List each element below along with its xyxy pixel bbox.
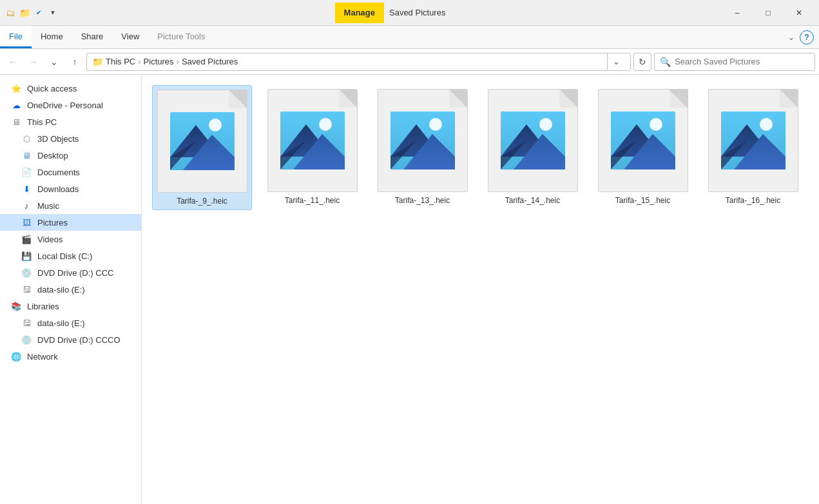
address-dropdown-icon[interactable]: ⌄ — [607, 53, 625, 71]
svg-point-21 — [650, 118, 662, 131]
sidebar-item-label: Libraries — [27, 302, 136, 311]
sidebar-item-data-silo-e2[interactable]: 🖫 data-silo (E:) — [0, 315, 141, 331]
sidebar-item-videos[interactable]: 🎬 Videos — [0, 231, 141, 247]
up-button[interactable]: ↑ — [66, 53, 84, 71]
path-sep-1: › — [138, 57, 140, 66]
cube-icon: ⬡ — [21, 133, 32, 144]
sidebar-item-label: Network — [27, 352, 136, 362]
tab-share-label: Share — [81, 32, 104, 41]
minimize-button[interactable]: – — [722, 3, 752, 23]
file-thumbnail — [708, 89, 798, 192]
file-thumbnail — [157, 90, 247, 193]
sidebar-item-downloads[interactable]: ⬇ Downloads — [0, 180, 141, 197]
title-bar-center: Manage Saved Pictures — [58, 3, 722, 23]
path-segment-2[interactable]: Pictures — [144, 57, 174, 66]
tab-picture-tools[interactable]: Picture Tools — [148, 26, 214, 48]
sidebar-item-local-disk-c[interactable]: 💾 Local Disk (C:) — [0, 247, 141, 264]
svg-point-26 — [760, 118, 773, 131]
sidebar: ⭐ Quick access ☁ OneDrive - Personal 🖥 T… — [0, 75, 142, 504]
ribbon-collapse-icon[interactable]: ⌄ — [785, 30, 797, 44]
sidebar-item-onedrive[interactable]: ☁ OneDrive - Personal — [0, 97, 141, 113]
yellow-folder-icon: 📁 — [19, 8, 30, 18]
sidebar-item-dvd-d2[interactable]: 💿 DVD Drive (D:) CCCO — [0, 331, 141, 348]
sidebar-item-label: OneDrive - Personal — [27, 101, 136, 110]
file-item[interactable]: Tarifa-_13_.heic — [372, 85, 472, 210]
file-item[interactable]: Tarifa-_14_.heic — [483, 85, 583, 210]
sidebar-item-label: Desktop — [37, 151, 136, 160]
tab-view-label: View — [121, 32, 139, 41]
documents-icon: 📄 — [21, 166, 32, 178]
ribbon-right: ⌄ ? — [785, 26, 819, 48]
tab-share[interactable]: Share — [72, 26, 113, 48]
tab-file[interactable]: File — [0, 26, 32, 48]
manage-label: Manage — [344, 8, 375, 17]
sidebar-item-label: Videos — [37, 235, 136, 244]
search-box[interactable]: 🔍 — [654, 53, 815, 71]
file-thumbnail — [598, 89, 688, 192]
pictures-folder-icon: 🖼 — [21, 217, 32, 228]
star-icon: ⭐ — [10, 82, 22, 94]
sidebar-item-label: DVD Drive (D:) CCC — [37, 268, 136, 278]
file-name: Tarifa-_9_.heic — [177, 197, 227, 206]
file-thumbnail — [267, 89, 358, 192]
tab-home-label: Home — [41, 32, 63, 41]
sidebar-item-label: data-silo (E:) — [37, 318, 136, 328]
file-item[interactable]: Tarifa-_15_.heic — [593, 85, 693, 210]
path-segment-1[interactable]: This PC — [106, 57, 135, 66]
tab-picture-tools-label: Picture Tools — [157, 32, 205, 41]
sidebar-item-documents[interactable]: 📄 Documents — [0, 164, 141, 180]
sidebar-item-label: Downloads — [37, 184, 136, 194]
file-item[interactable]: Tarifa-_16_.heic — [703, 85, 803, 210]
tab-view[interactable]: View — [112, 26, 148, 48]
file-item[interactable]: Tarifa-_11_.heic — [262, 85, 362, 210]
close-button[interactable]: ✕ — [784, 3, 814, 23]
file-name: Tarifa-_14_.heic — [505, 196, 560, 205]
file-name: Tarifa-_11_.heic — [285, 196, 340, 205]
refresh-button[interactable]: ↻ — [633, 53, 651, 71]
address-path[interactable]: 📁 This PC › Pictures › Saved Pictures ⌄ — [86, 53, 631, 71]
download-icon: ⬇ — [21, 183, 32, 195]
maximize-button[interactable]: □ — [753, 3, 783, 23]
dvd2-icon: 💿 — [21, 334, 32, 345]
sidebar-item-libraries[interactable]: 📚 Libraries — [0, 298, 141, 315]
sidebar-item-this-pc[interactable]: 🖥 This PC — [0, 113, 141, 130]
sidebar-item-pictures[interactable]: 🖼 Pictures — [0, 214, 141, 231]
music-icon: ♪ — [21, 200, 32, 211]
network-icon: 🌐 — [10, 351, 22, 362]
sidebar-item-data-silo-e[interactable]: 🖫 data-silo (E:) — [0, 281, 141, 298]
sidebar-item-label: Quick access — [27, 84, 136, 93]
recent-locations-button[interactable]: ⌄ — [45, 53, 63, 71]
tab-home[interactable]: Home — [32, 26, 72, 48]
sidebar-item-desktop[interactable]: 🖥 Desktop — [0, 147, 141, 164]
help-button[interactable]: ? — [800, 30, 814, 44]
file-name: Tarifa-_16_.heic — [726, 196, 780, 205]
title-bar: 🗂 📁 ✔ ▼ Manage Saved Pictures – □ ✕ — [0, 0, 819, 26]
drive-e2-icon: 🖫 — [21, 317, 32, 329]
file-item[interactable]: Tarifa-_9_.heic — [152, 85, 252, 210]
videos-icon: 🎬 — [21, 233, 32, 245]
path-sep-2: › — [177, 57, 179, 66]
title-bar-icons: 🗂 📁 ✔ ▼ — [5, 8, 58, 18]
sidebar-item-network[interactable]: 🌐 Network — [0, 348, 141, 365]
sidebar-item-3d-objects[interactable]: ⬡ 3D Objects — [0, 130, 141, 147]
search-input[interactable] — [675, 57, 809, 66]
file-area: Tarifa-_9_.heic — [142, 75, 819, 504]
forward-button[interactable]: → — [24, 53, 43, 71]
svg-point-16 — [539, 118, 552, 131]
manage-tab[interactable]: Manage — [335, 3, 384, 23]
sidebar-item-label: Music — [37, 201, 136, 211]
sidebar-item-music[interactable]: ♪ Music — [0, 197, 141, 214]
sidebar-item-label: This PC — [27, 117, 136, 127]
sidebar-item-label: DVD Drive (D:) CCCO — [37, 335, 136, 345]
path-segment-3[interactable]: Saved Pictures — [182, 57, 238, 66]
sidebar-item-label: Local Disk (C:) — [37, 251, 136, 261]
sidebar-item-label: Pictures — [37, 218, 136, 228]
drive-c-icon: 💾 — [21, 250, 32, 262]
dvd-icon: 💿 — [21, 267, 32, 278]
sidebar-item-quick-access[interactable]: ⭐ Quick access — [0, 80, 141, 97]
image-preview-svg — [611, 111, 675, 170]
monitor-icon: 🖥 — [21, 150, 32, 161]
sidebar-item-dvd-d[interactable]: 💿 DVD Drive (D:) CCC — [0, 264, 141, 281]
image-preview-svg — [721, 111, 785, 170]
file-thumbnail — [488, 89, 578, 192]
